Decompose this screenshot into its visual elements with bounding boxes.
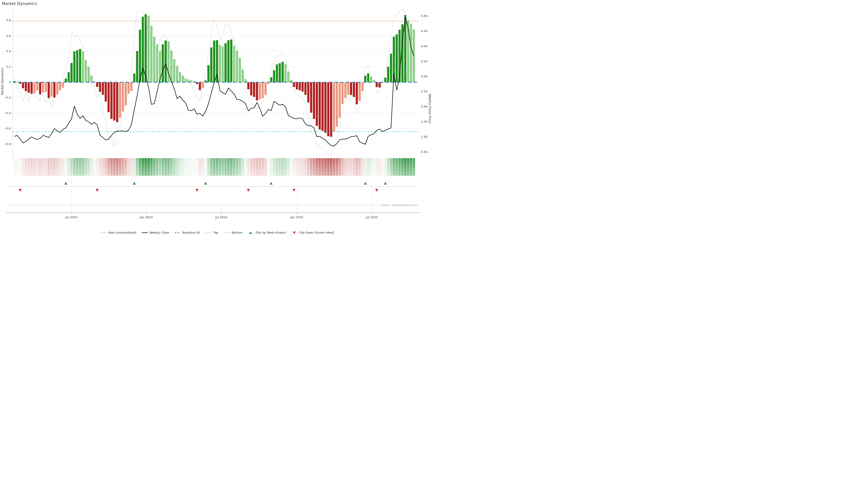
heatmap-cell xyxy=(22,158,24,176)
bar xyxy=(367,73,369,82)
heatmap-cell xyxy=(236,158,238,176)
bar xyxy=(42,82,44,92)
heatmap-cell xyxy=(258,158,261,176)
heatmap-cell xyxy=(250,158,252,176)
heatmap-cell xyxy=(273,158,275,176)
bar xyxy=(396,34,398,82)
heatmap-cell xyxy=(88,158,90,176)
bar xyxy=(281,62,284,82)
heatmap-cell xyxy=(99,158,101,176)
bar xyxy=(147,16,150,82)
bar xyxy=(387,67,389,82)
source-note: source: sharemaestro.com xyxy=(380,203,418,207)
bar xyxy=(36,82,38,91)
heatmap-cell xyxy=(381,158,383,176)
heatmap-cell xyxy=(107,158,110,176)
heatmap-cell xyxy=(76,158,79,176)
heatmap-cell xyxy=(244,158,247,176)
heatmap-cell xyxy=(378,158,381,176)
heatmap-cell xyxy=(59,158,61,176)
bar xyxy=(265,82,267,95)
heatmap-cell xyxy=(216,158,218,176)
bar xyxy=(270,77,272,82)
heatmap-cell xyxy=(182,158,184,176)
right-tick-label: 3.50 xyxy=(421,60,428,63)
legend-label: Baseline (0) xyxy=(182,231,200,234)
right-tick-label: 5.00 xyxy=(421,14,428,18)
bar xyxy=(250,82,252,95)
bar xyxy=(122,82,124,111)
heatmap-cell xyxy=(407,158,409,176)
bar xyxy=(287,71,289,82)
bar xyxy=(313,82,315,119)
heatmap-cell xyxy=(241,158,244,176)
heatmap-cell xyxy=(264,158,267,176)
heatmap-cell xyxy=(133,158,135,176)
right-tick-label: 4.00 xyxy=(421,44,428,48)
right-tick-label: 0.50 xyxy=(421,150,428,154)
bar xyxy=(162,44,164,82)
heatmap-cell xyxy=(324,158,327,176)
heatmap-cell xyxy=(48,158,50,176)
heatmap-cell xyxy=(393,158,395,176)
heatmap-cell xyxy=(219,158,221,176)
x-tick-label: Jul 2025 xyxy=(366,216,378,219)
heatmap-cell xyxy=(398,158,401,176)
heatmap-cell xyxy=(338,158,341,176)
page-title: Market Dynamics xyxy=(2,1,37,6)
bar xyxy=(310,82,312,113)
dashed-line-icon xyxy=(174,231,181,234)
bar xyxy=(76,50,79,82)
legend-item: Raw (unsmoothed) xyxy=(100,231,136,234)
bar xyxy=(113,82,116,121)
bar xyxy=(99,82,101,92)
heatmap-cell xyxy=(336,158,338,176)
bar xyxy=(230,39,232,82)
bar xyxy=(48,82,50,98)
bar xyxy=(107,82,110,112)
left-tick-label: 0.8 xyxy=(6,19,11,22)
left-tick-label: 0.2 xyxy=(6,65,11,68)
heatmap-cell xyxy=(150,158,153,176)
left-tick-label: 0.4 xyxy=(6,50,11,53)
heatmap-cell xyxy=(119,158,121,176)
bar xyxy=(207,65,210,82)
heatmap-cell xyxy=(210,158,213,176)
bar xyxy=(145,14,147,82)
bar xyxy=(33,82,36,94)
left-axis-label: Market Dynamics xyxy=(0,68,4,95)
bar xyxy=(327,82,329,136)
heatmap-cell xyxy=(207,158,210,176)
heatmap-cell xyxy=(373,158,375,176)
bar xyxy=(39,82,41,94)
bar xyxy=(22,82,24,88)
heatmap-cell xyxy=(30,158,33,176)
heatmap-cell xyxy=(153,158,156,176)
heatmap-cell xyxy=(199,158,201,176)
heatmap-cell xyxy=(196,158,198,176)
bar xyxy=(79,49,81,82)
heatmap-cell xyxy=(62,158,64,176)
heatmap-cell xyxy=(159,158,161,176)
x-tick-label: Jan 2025 xyxy=(290,216,303,219)
bar xyxy=(28,82,30,93)
legend-label: Flip Up (Red→Green) xyxy=(256,231,286,234)
bar xyxy=(227,40,230,82)
bar xyxy=(321,82,324,131)
bar xyxy=(82,51,84,82)
heatmap-cell xyxy=(56,158,59,176)
heatmap-cell xyxy=(147,158,150,176)
heatmap-cell xyxy=(370,158,372,176)
bar xyxy=(333,82,335,132)
bar xyxy=(256,82,258,100)
heatmap-cell xyxy=(39,158,41,176)
right-tick-label: 1.00 xyxy=(421,135,428,138)
bar xyxy=(316,82,318,126)
heatmap-cell xyxy=(90,158,93,176)
heatmap-cell xyxy=(113,158,116,176)
heatmap-cell xyxy=(67,158,70,176)
bar xyxy=(279,63,281,82)
heatmap-cell xyxy=(253,158,255,176)
x-tick-label: Jul 2023 xyxy=(65,216,78,219)
bar xyxy=(379,82,381,88)
